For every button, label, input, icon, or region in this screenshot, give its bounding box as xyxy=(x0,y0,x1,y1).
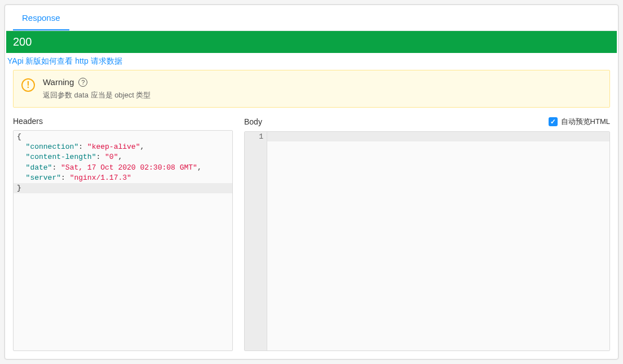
warning-title: Warning xyxy=(43,77,74,87)
warning-description: 返回参数 data 应当是 object 类型 xyxy=(43,90,602,100)
warning-title-row: Warning ? xyxy=(43,77,602,87)
auto-preview-toggle[interactable]: ✓ 自动预览HTML xyxy=(549,117,610,127)
body-editor: 1 xyxy=(245,132,609,350)
tabs-bar: Response xyxy=(6,6,617,31)
response-panel-frame: Response 200 YApi 新版如何查看 http 请求数据 ! War… xyxy=(5,5,618,359)
editor-current-line xyxy=(267,132,609,141)
http-status-bar: 200 xyxy=(6,31,617,53)
headers-body[interactable]: { "connection": "keep-alive", "content-l… xyxy=(13,130,233,351)
response-panel: Response 200 YApi 新版如何查看 http 请求数据 ! War… xyxy=(6,6,617,358)
warning-icon: ! xyxy=(21,78,35,92)
tab-response[interactable]: Response xyxy=(13,6,69,30)
checkbox-icon: ✓ xyxy=(549,117,558,126)
auto-preview-label: 自动预览HTML xyxy=(561,117,610,127)
help-link-row: YApi 新版如何查看 http 请求数据 xyxy=(6,53,617,68)
body-header: Body ✓ 自动预览HTML xyxy=(244,114,610,131)
question-icon[interactable]: ? xyxy=(78,78,87,87)
body-panel: Body ✓ 自动预览HTML 1 xyxy=(244,114,610,351)
body-editor-container[interactable]: 1 xyxy=(244,131,610,351)
help-link[interactable]: YApi 新版如何查看 http 请求数据 xyxy=(7,56,122,65)
headers-json: { "connection": "keep-alive", "content-l… xyxy=(14,131,232,194)
headers-title-text: Headers xyxy=(13,117,43,126)
headers-title: Headers xyxy=(13,114,233,130)
warning-content: Warning ? 返回参数 data 应当是 object 类型 xyxy=(43,77,602,100)
headers-panel: Headers { "connection": "keep-alive", "c… xyxy=(13,114,233,351)
line-gutter: 1 xyxy=(245,132,267,350)
warning-alert: ! Warning ? 返回参数 data 应当是 object 类型 xyxy=(13,70,610,108)
panels-row: Headers { "connection": "keep-alive", "c… xyxy=(6,112,617,358)
editor-content xyxy=(267,132,609,350)
body-title-text: Body xyxy=(244,117,262,126)
